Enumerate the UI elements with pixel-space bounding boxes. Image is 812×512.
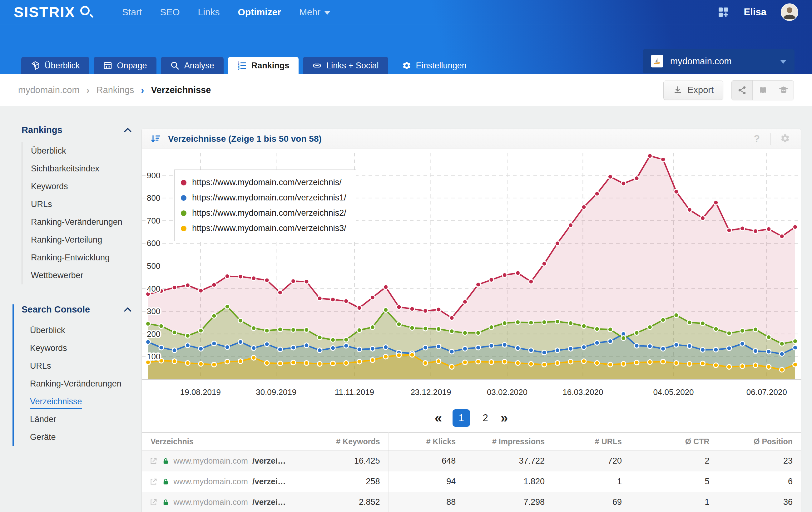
cell-klicks: 94 — [388, 472, 464, 492]
breadcrumb-domain[interactable]: mydomain.com — [18, 85, 80, 95]
table-row[interactable]: www.mydomain.com/verzei… 258 94 1.820 1 … — [142, 472, 801, 492]
sidebar-item-ranking-verteilung[interactable]: Ranking-Verteilung — [23, 231, 136, 249]
svg-text:11.11.2019: 11.11.2019 — [335, 387, 374, 397]
chevron-up-icon — [124, 128, 132, 132]
sidebar-item-sichtbarkeitsindex[interactable]: Sichtbarkeitsindex — [23, 160, 136, 178]
legend-label: https://www.mydomain.com/verzeichnis/ — [192, 178, 342, 187]
url-prefix: www.mydomain.com — [174, 497, 248, 507]
breadcrumb-rankings[interactable]: Rankings — [96, 85, 134, 95]
menu-item-start[interactable]: Start — [122, 7, 142, 18]
pagination-page-1[interactable]: 1 — [453, 409, 470, 427]
sidebar-item-sc-keywords[interactable]: Keywords — [22, 339, 136, 357]
tab-onpage[interactable]: Onpage — [94, 57, 156, 74]
col-verzeichnis[interactable]: Verzeichnis — [142, 433, 294, 451]
cell-klicks: 648 — [388, 451, 464, 472]
menu-item-links[interactable]: Links — [198, 7, 220, 18]
sidebar-section-search-console: Search Console Überblick Keywords URLs R… — [12, 304, 136, 446]
url-suffix: /verzei… — [252, 497, 286, 507]
sidebar-item-sc-laender[interactable]: Länder — [22, 411, 136, 428]
breadcrumb-current: Verzeichnisse — [151, 85, 211, 95]
menu-item-optimizer[interactable]: Optimizer — [238, 7, 281, 18]
panel-header: Verzeichnisse (Zeige 1 bis 50 von 58) ? — [142, 129, 801, 149]
tab-label: Rankings — [252, 61, 290, 70]
external-link-icon[interactable] — [149, 498, 158, 507]
sidebar-item-sc-verzeichnisse[interactable]: Verzeichnisse — [22, 393, 136, 411]
table-row[interactable]: www.mydomain.com/verzei… 16.425 648 37.7… — [142, 451, 801, 472]
domain-favicon — [651, 55, 663, 67]
sidebar-item-urls[interactable]: URLs — [23, 195, 136, 213]
pagination-next-button[interactable]: » — [501, 412, 508, 425]
svg-text:04.05.2020: 04.05.2020 — [653, 387, 694, 397]
panel-title: Verzeichnisse (Zeige 1 bis 50 von 58) — [168, 134, 322, 144]
cell-ctr: 5 — [630, 472, 718, 492]
help-button[interactable]: ? — [751, 133, 763, 145]
topbar-right: Elisa — [717, 3, 798, 21]
pagination-page-2[interactable]: 2 — [481, 413, 490, 424]
domain-selector[interactable]: mydomain.com — [643, 49, 794, 73]
col-position[interactable]: Ø Position — [718, 433, 801, 451]
tab-einstellungen[interactable]: Einstellungen — [393, 57, 476, 74]
col-impressions[interactable]: # Impressions — [464, 433, 553, 451]
apps-grid-icon[interactable] — [717, 6, 729, 19]
sidebar-section-search-console-header[interactable]: Search Console — [22, 304, 136, 315]
legend-item[interactable]: https://www.mydomain.com/verzeichnis/ — [181, 175, 346, 190]
section-title: Search Console — [22, 304, 90, 315]
svg-text:30.09.2019: 30.09.2019 — [256, 387, 296, 397]
user-name[interactable]: Elisa — [744, 6, 766, 18]
series-dot-icon — [181, 180, 186, 185]
menu-item-seo[interactable]: SEO — [160, 7, 180, 18]
cell-urls: 720 — [553, 451, 630, 472]
svg-text:700: 700 — [147, 216, 160, 225]
export-button[interactable]: Export — [663, 81, 723, 100]
menu-item-mehr-label: Mehr — [299, 7, 320, 18]
sidebar-item-sc-urls[interactable]: URLs — [22, 357, 136, 375]
legend-item[interactable]: https://www.mydomain.com/verzeichnis2/ — [181, 205, 346, 221]
tab-ueberblick[interactable]: Überblick — [21, 57, 89, 74]
pagination-prev-button[interactable]: « — [435, 412, 442, 425]
gear-icon — [780, 133, 790, 143]
url-prefix: www.mydomain.com — [174, 456, 248, 466]
series-dot-icon — [181, 210, 186, 216]
svg-text:19.08.2019: 19.08.2019 — [180, 387, 221, 397]
cell-klicks: 88 — [388, 492, 464, 512]
tab-rankings[interactable]: 123 Rankings — [228, 57, 299, 74]
sidebar-item-sc-geraete[interactable]: Geräte — [22, 428, 136, 446]
sort-icon[interactable] — [150, 134, 161, 144]
legend-label: https://www.mydomain.com/verzeichnis3/ — [192, 223, 346, 233]
sidebar-item-ranking-entwicklung[interactable]: Ranking-Entwicklung — [23, 249, 136, 267]
graduation-cap-icon — [779, 85, 789, 95]
sidebar-item-sc-ueberblick[interactable]: Überblick — [22, 322, 136, 339]
svg-text:23.12.2019: 23.12.2019 — [410, 387, 451, 397]
tab-analyse[interactable]: Analyse — [161, 57, 224, 74]
sidebar-item-ranking-veraenderungen[interactable]: Ranking-Veränderungen — [23, 213, 136, 231]
download-icon — [673, 86, 683, 95]
external-link-icon[interactable] — [149, 457, 158, 465]
magnifier-icon — [170, 61, 180, 70]
sidebar-item-ueberblick[interactable]: Überblick — [23, 142, 136, 160]
cell-impressions: 1.820 — [464, 472, 553, 492]
breadcrumb-separator: › — [141, 85, 144, 95]
chart-settings-button[interactable] — [778, 133, 792, 145]
col-ctr[interactable]: Ø CTR — [630, 433, 718, 451]
legend-item[interactable]: https://www.mydomain.com/verzeichnis3/ — [181, 221, 346, 236]
sidebar-item-wettbewerber[interactable]: Wettbewerber — [23, 267, 136, 284]
sidebar-item-sc-ranking-veraenderungen[interactable]: Ranking-Veränderungen — [22, 375, 136, 393]
external-link-icon[interactable] — [149, 477, 158, 486]
menu-item-mehr[interactable]: Mehr — [299, 7, 330, 18]
legend-item[interactable]: https://www.mydomain.com/verzeichnis1/ — [181, 190, 346, 205]
sidebar-item-keywords[interactable]: Keywords — [23, 178, 136, 195]
col-keywords[interactable]: # Keywords — [294, 433, 388, 451]
col-urls[interactable]: # URLs — [553, 433, 630, 451]
share-button[interactable] — [732, 81, 752, 100]
tutorial-button[interactable] — [773, 81, 793, 100]
tab-links-social[interactable]: Links + Social — [303, 57, 388, 74]
col-klicks[interactable]: # Klicks — [388, 433, 464, 451]
sidebar-section-rankings-header[interactable]: Rankings — [22, 125, 136, 135]
main-menu: Start SEO Links Optimizer Mehr — [122, 7, 330, 18]
table-row[interactable]: www.mydomain.com/verzei… 2.852 88 7.298 … — [142, 492, 801, 512]
chevron-up-icon — [124, 307, 132, 312]
avatar[interactable] — [781, 3, 798, 21]
sistrix-logo[interactable]: SISTRIX — [14, 3, 94, 21]
handbook-button[interactable] — [752, 81, 773, 100]
cell-position: 36 — [718, 492, 801, 512]
